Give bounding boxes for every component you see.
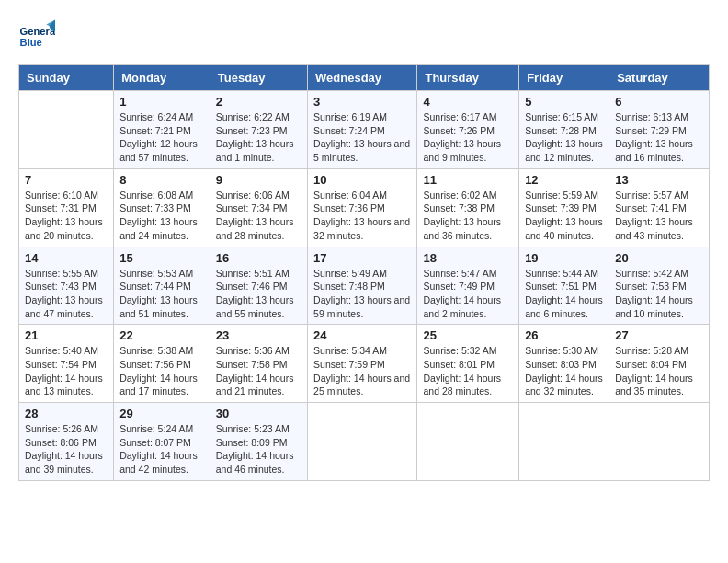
day-info: Sunrise: 5:59 AMSunset: 7:39 PMDaylight:… (525, 189, 603, 243)
day-info: Sunrise: 6:24 AMSunset: 7:21 PMDaylight:… (119, 110, 204, 165)
calendar-cell: 11Sunrise: 6:02 AMSunset: 7:38 PMDayligh… (417, 168, 519, 247)
day-info: Sunrise: 6:06 AMSunset: 7:34 PMDaylight:… (216, 189, 301, 243)
day-info: Sunrise: 5:55 AMSunset: 7:43 PMDaylight:… (25, 267, 108, 321)
calendar-cell: 17Sunrise: 5:49 AMSunset: 7:48 PMDayligh… (308, 247, 417, 325)
weekday-header: Sunday (19, 65, 114, 91)
calendar-cell (417, 403, 519, 481)
day-info: Sunrise: 5:57 AMSunset: 7:41 PMDaylight:… (615, 189, 703, 243)
day-number: 26 (525, 328, 603, 342)
day-number: 13 (615, 173, 703, 187)
day-info: Sunrise: 6:13 AMSunset: 7:29 PMDaylight:… (615, 110, 703, 165)
calendar-cell: 22Sunrise: 5:38 AMSunset: 7:56 PMDayligh… (114, 325, 210, 403)
calendar-cell (609, 403, 710, 481)
day-number: 3 (313, 95, 411, 109)
day-number: 5 (525, 95, 603, 109)
calendar-cell: 19Sunrise: 5:44 AMSunset: 7:51 PMDayligh… (519, 247, 609, 325)
calendar-cell (19, 91, 114, 169)
day-number: 23 (216, 328, 301, 342)
calendar-week-row: 21Sunrise: 5:40 AMSunset: 7:54 PMDayligh… (19, 325, 710, 403)
day-number: 7 (25, 173, 108, 187)
day-number: 30 (216, 407, 301, 420)
day-number: 29 (119, 407, 204, 420)
weekday-header: Tuesday (210, 65, 307, 91)
day-info: Sunrise: 5:23 AMSunset: 8:09 PMDaylight:… (216, 422, 301, 477)
day-number: 12 (525, 173, 603, 187)
day-number: 11 (423, 173, 513, 187)
day-info: Sunrise: 5:24 AMSunset: 8:07 PMDaylight:… (119, 422, 204, 477)
day-number: 14 (25, 251, 108, 265)
calendar-cell: 30Sunrise: 5:23 AMSunset: 8:09 PMDayligh… (210, 403, 307, 481)
calendar-cell: 7Sunrise: 6:10 AMSunset: 7:31 PMDaylight… (19, 168, 114, 247)
calendar-cell: 15Sunrise: 5:53 AMSunset: 7:44 PMDayligh… (114, 247, 210, 325)
day-number: 17 (313, 251, 411, 265)
day-info: Sunrise: 6:19 AMSunset: 7:24 PMDaylight:… (313, 110, 411, 165)
day-number: 4 (423, 95, 513, 109)
day-info: Sunrise: 5:34 AMSunset: 7:59 PMDaylight:… (313, 344, 411, 398)
day-info: Sunrise: 6:22 AMSunset: 7:23 PMDaylight:… (216, 110, 301, 165)
calendar-cell: 2Sunrise: 6:22 AMSunset: 7:23 PMDaylight… (210, 91, 307, 169)
day-info: Sunrise: 5:42 AMSunset: 7:53 PMDaylight:… (615, 267, 703, 321)
calendar-cell: 3Sunrise: 6:19 AMSunset: 7:24 PMDaylight… (308, 91, 417, 169)
logo: General Blue (18, 18, 55, 55)
day-number: 8 (119, 173, 204, 187)
day-info: Sunrise: 6:17 AMSunset: 7:26 PMDaylight:… (423, 110, 513, 165)
day-info: Sunrise: 6:08 AMSunset: 7:33 PMDaylight:… (119, 189, 204, 243)
day-info: Sunrise: 5:32 AMSunset: 8:01 PMDaylight:… (423, 344, 513, 398)
calendar-cell: 6Sunrise: 6:13 AMSunset: 7:29 PMDaylight… (609, 91, 710, 169)
weekday-header: Thursday (417, 65, 519, 91)
calendar-cell (519, 403, 609, 481)
day-number: 22 (119, 328, 204, 342)
day-number: 19 (525, 251, 603, 265)
calendar-cell: 8Sunrise: 6:08 AMSunset: 7:33 PMDaylight… (114, 168, 210, 247)
day-number: 21 (25, 328, 108, 342)
calendar-week-row: 14Sunrise: 5:55 AMSunset: 7:43 PMDayligh… (19, 247, 710, 325)
day-info: Sunrise: 5:26 AMSunset: 8:06 PMDaylight:… (25, 422, 108, 477)
day-number: 2 (216, 95, 301, 109)
calendar-week-row: 1Sunrise: 6:24 AMSunset: 7:21 PMDaylight… (19, 91, 710, 169)
day-number: 24 (313, 328, 411, 342)
day-info: Sunrise: 5:44 AMSunset: 7:51 PMDaylight:… (525, 267, 603, 321)
logo-icon: General Blue (18, 18, 55, 55)
day-number: 27 (615, 328, 703, 342)
weekday-header: Wednesday (308, 65, 417, 91)
day-info: Sunrise: 6:15 AMSunset: 7:28 PMDaylight:… (525, 110, 603, 165)
calendar-cell: 27Sunrise: 5:28 AMSunset: 8:04 PMDayligh… (609, 325, 710, 403)
day-number: 10 (313, 173, 411, 187)
day-number: 1 (119, 95, 204, 109)
calendar-cell (308, 403, 417, 481)
calendar-body: 1Sunrise: 6:24 AMSunset: 7:21 PMDaylight… (19, 91, 710, 481)
calendar-cell: 21Sunrise: 5:40 AMSunset: 7:54 PMDayligh… (19, 325, 114, 403)
calendar-cell: 29Sunrise: 5:24 AMSunset: 8:07 PMDayligh… (114, 403, 210, 481)
day-info: Sunrise: 5:38 AMSunset: 7:56 PMDaylight:… (119, 344, 204, 398)
day-number: 28 (25, 407, 108, 420)
calendar-cell: 10Sunrise: 6:04 AMSunset: 7:36 PMDayligh… (308, 168, 417, 247)
calendar-cell: 20Sunrise: 5:42 AMSunset: 7:53 PMDayligh… (609, 247, 710, 325)
weekday-header: Monday (114, 65, 210, 91)
day-number: 6 (615, 95, 703, 109)
day-number: 20 (615, 251, 703, 265)
day-info: Sunrise: 5:36 AMSunset: 7:58 PMDaylight:… (216, 344, 301, 398)
calendar-cell: 12Sunrise: 5:59 AMSunset: 7:39 PMDayligh… (519, 168, 609, 247)
day-info: Sunrise: 6:04 AMSunset: 7:36 PMDaylight:… (313, 189, 411, 243)
calendar-week-row: 28Sunrise: 5:26 AMSunset: 8:06 PMDayligh… (19, 403, 710, 481)
calendar-cell: 24Sunrise: 5:34 AMSunset: 7:59 PMDayligh… (308, 325, 417, 403)
day-number: 16 (216, 251, 301, 265)
calendar-header-row: SundayMondayTuesdayWednesdayThursdayFrid… (19, 65, 710, 91)
weekday-header: Saturday (609, 65, 710, 91)
day-info: Sunrise: 5:30 AMSunset: 8:03 PMDaylight:… (525, 344, 603, 398)
calendar-cell: 9Sunrise: 6:06 AMSunset: 7:34 PMDaylight… (210, 168, 307, 247)
calendar-cell: 4Sunrise: 6:17 AMSunset: 7:26 PMDaylight… (417, 91, 519, 169)
day-number: 15 (119, 251, 204, 265)
day-info: Sunrise: 6:10 AMSunset: 7:31 PMDaylight:… (25, 189, 108, 243)
calendar-cell: 14Sunrise: 5:55 AMSunset: 7:43 PMDayligh… (19, 247, 114, 325)
calendar-cell: 16Sunrise: 5:51 AMSunset: 7:46 PMDayligh… (210, 247, 307, 325)
page-header: General Blue (18, 18, 710, 55)
calendar-cell: 26Sunrise: 5:30 AMSunset: 8:03 PMDayligh… (519, 325, 609, 403)
calendar-cell: 13Sunrise: 5:57 AMSunset: 7:41 PMDayligh… (609, 168, 710, 247)
calendar-cell: 1Sunrise: 6:24 AMSunset: 7:21 PMDaylight… (114, 91, 210, 169)
day-number: 25 (423, 328, 513, 342)
calendar-cell: 18Sunrise: 5:47 AMSunset: 7:49 PMDayligh… (417, 247, 519, 325)
day-info: Sunrise: 5:51 AMSunset: 7:46 PMDaylight:… (216, 267, 301, 321)
calendar-week-row: 7Sunrise: 6:10 AMSunset: 7:31 PMDaylight… (19, 168, 710, 247)
day-info: Sunrise: 5:47 AMSunset: 7:49 PMDaylight:… (423, 267, 513, 321)
